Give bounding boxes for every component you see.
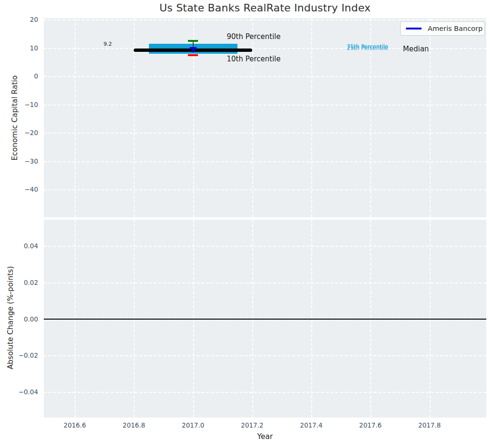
x-tick-label: 2017.4 bbox=[300, 421, 323, 429]
annotation-p90-label: 90th Percentile bbox=[226, 32, 280, 41]
gridline-horizontal bbox=[44, 105, 486, 106]
x-tick-label: 2017.8 bbox=[418, 421, 441, 429]
gridline-horizontal bbox=[44, 133, 486, 134]
annotation-median-label: Median bbox=[403, 45, 429, 53]
y-tick-label: −40 bbox=[25, 185, 39, 193]
x-tick-labels: 2016.62016.82017.02017.22017.42017.62017… bbox=[44, 421, 486, 431]
y-tick-label: −30 bbox=[25, 157, 39, 165]
y-tick-label: −20 bbox=[25, 129, 39, 136]
gridline-horizontal bbox=[44, 76, 486, 77]
legend-label: Ameris Bancorp bbox=[428, 25, 482, 32]
top-y-tick-labels: 20100−10−20−30−40 bbox=[0, 18, 39, 217]
y-tick-label: 10 bbox=[30, 44, 38, 52]
x-tick-label: 2016.8 bbox=[123, 421, 145, 429]
zero-line bbox=[44, 319, 486, 320]
y-tick-label: 0.00 bbox=[24, 315, 38, 323]
x-axis-label: Year bbox=[44, 432, 486, 441]
x-tick-label: 2017.2 bbox=[241, 421, 263, 429]
chart-title: Us State Banks RealRate Industry Index bbox=[44, 2, 486, 14]
legend: Ameris Bancorp bbox=[400, 21, 485, 36]
gridline-horizontal bbox=[44, 355, 486, 356]
bottom-axes bbox=[44, 220, 486, 418]
x-tick-label: 2017.0 bbox=[182, 421, 204, 429]
top-axes: 9.290th Percentile10th Percentile75th Pe… bbox=[44, 18, 486, 217]
y-tick-label: −10 bbox=[25, 101, 39, 108]
gridline-horizontal bbox=[44, 392, 486, 393]
y-tick-label: −0.04 bbox=[19, 388, 38, 396]
annotation-p25-label: 25th Percentile bbox=[347, 45, 388, 51]
legend-line-swatch bbox=[406, 28, 422, 29]
gridline-horizontal bbox=[44, 189, 486, 190]
y-tick-label: 0.02 bbox=[24, 279, 38, 286]
y-tick-label: 20 bbox=[30, 16, 38, 23]
p10-whisker-cap bbox=[188, 54, 198, 56]
gridline-horizontal bbox=[44, 19, 486, 20]
y-tick-label: 0 bbox=[34, 72, 38, 80]
company-marker-triangle-down bbox=[189, 47, 197, 53]
gridline-horizontal bbox=[44, 282, 486, 283]
gridline-horizontal bbox=[44, 246, 486, 247]
x-tick-label: 2016.6 bbox=[64, 421, 86, 429]
y-tick-label: 0.04 bbox=[24, 242, 38, 250]
y-tick-label: −0.02 bbox=[19, 351, 38, 359]
p90-whisker-cap bbox=[188, 40, 198, 42]
annotation-p10-label: 10th Percentile bbox=[226, 55, 280, 63]
gridline-horizontal bbox=[44, 161, 486, 162]
x-tick-label: 2017.6 bbox=[359, 421, 382, 429]
bottom-y-tick-labels: 0.040.020.00−0.02−0.04 bbox=[0, 220, 39, 418]
annotation-company-value-label: 9.2 bbox=[103, 41, 112, 47]
